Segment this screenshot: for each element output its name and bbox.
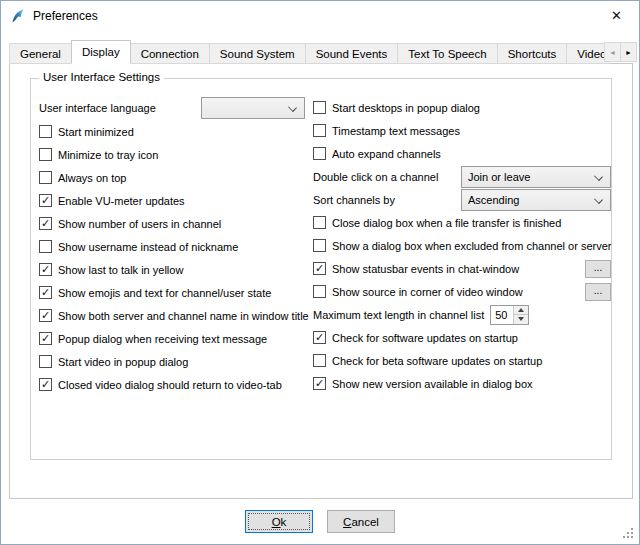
display-tab-page: User Interface Settings User interface l…	[9, 63, 633, 499]
checkbox[interactable]: ✓	[39, 286, 52, 299]
chevron-down-icon	[595, 173, 603, 181]
spin-up-icon[interactable]	[514, 306, 528, 316]
checkbox-show-user-count[interactable]: ✓ Show number of users in channel	[39, 212, 305, 235]
checkbox-emojis-text-state[interactable]: ✓ Show emojis and text for channel/user …	[39, 281, 305, 304]
checkbox-auto-expand-channels[interactable]: Auto expand channels	[313, 142, 611, 165]
language-row: User interface language	[39, 96, 305, 120]
app-icon	[10, 8, 26, 24]
sort-channels-row: Sort channels by Ascending	[313, 188, 611, 211]
checkbox[interactable]: ✓	[313, 331, 326, 344]
tab-text-to-speech[interactable]: Text To Speech	[397, 43, 497, 64]
chevron-down-icon	[595, 196, 603, 204]
resize-grip-icon[interactable]	[623, 528, 635, 540]
tab-sound-system[interactable]: Sound System	[209, 43, 306, 64]
checkbox[interactable]: ✓	[39, 332, 52, 345]
double-click-select[interactable]: Join or leave	[461, 166, 611, 188]
checkbox-minimize-to-tray[interactable]: Minimize to tray icon	[39, 143, 305, 166]
ok-button[interactable]: Ok	[245, 510, 313, 533]
checkbox[interactable]	[39, 148, 52, 161]
footer-buttons: Ok Cancel	[1, 510, 639, 533]
checkbox[interactable]	[313, 216, 326, 229]
sort-channels-select[interactable]: Ascending	[461, 189, 611, 211]
tab-shortcuts[interactable]: Shortcuts	[497, 43, 568, 64]
checkbox-close-filetransfer-dialog[interactable]: Close dialog box when a file transfer is…	[313, 211, 611, 234]
user-interface-settings-group: User Interface Settings User interface l…	[30, 78, 612, 460]
double-click-row: Double click on a channel Join or leave	[313, 165, 611, 188]
checkbox[interactable]: ✓	[39, 309, 52, 322]
checkbox[interactable]: ✓	[313, 377, 326, 390]
checkbox[interactable]	[313, 239, 326, 252]
checkbox[interactable]	[39, 240, 52, 253]
checkbox-vu-meter-updates[interactable]: ✓ Enable VU-meter updates	[39, 189, 305, 212]
group-title: User Interface Settings	[39, 71, 164, 83]
checkbox-video-source-corner[interactable]: Show source in corner of video window ..…	[313, 280, 611, 303]
language-select[interactable]	[201, 97, 305, 119]
sort-channels-label: Sort channels by	[313, 194, 395, 206]
spinner-buttons	[513, 306, 528, 324]
max-text-length-label: Maximum text length in channel list	[313, 309, 484, 321]
checkbox[interactable]	[313, 147, 326, 160]
checkbox[interactable]: ✓	[39, 263, 52, 276]
checkbox[interactable]	[39, 125, 52, 138]
titlebar[interactable]: Preferences ✕	[1, 1, 639, 31]
checkbox[interactable]	[313, 354, 326, 367]
double-click-label: Double click on a channel	[313, 171, 438, 183]
checkbox-popup-text-message[interactable]: ✓ Popup dialog when receiving text messa…	[39, 327, 305, 350]
spin-down-icon[interactable]	[514, 315, 528, 324]
tab-general[interactable]: General	[9, 43, 72, 64]
checkbox[interactable]	[313, 285, 326, 298]
max-text-length-row: Maximum text length in channel list 50	[313, 303, 611, 326]
checkbox-check-updates[interactable]: ✓ Check for software updates on startup	[313, 326, 611, 349]
statusbar-events-config-button[interactable]: ...	[585, 260, 611, 278]
checkbox-statusbar-events[interactable]: ✓ Show statusbar events in chat-window .…	[313, 257, 611, 280]
video-source-config-button[interactable]: ...	[585, 283, 611, 301]
cancel-button[interactable]: Cancel	[327, 510, 395, 533]
max-text-length-spinner[interactable]: 50	[490, 305, 529, 325]
checkbox-timestamp-messages[interactable]: Timestamp text messages	[313, 119, 611, 142]
checkbox[interactable]: ✓	[313, 262, 326, 275]
language-label: User interface language	[39, 102, 156, 114]
checkbox-video-return-tab[interactable]: ✓ Closed video dialog should return to v…	[39, 373, 305, 396]
checkbox-check-beta-updates[interactable]: Check for beta software updates on start…	[313, 349, 611, 372]
window-title: Preferences	[33, 9, 98, 23]
checkbox[interactable]	[313, 124, 326, 137]
checkbox-always-on-top[interactable]: Always on top	[39, 166, 305, 189]
chevron-down-icon	[289, 104, 297, 112]
checkbox[interactable]: ✓	[39, 194, 52, 207]
checkbox[interactable]: ✓	[39, 217, 52, 230]
checkbox-new-version-dialog[interactable]: ✓ Show new version available in dialog b…	[313, 372, 611, 395]
tab-connection[interactable]: Connection	[130, 43, 210, 64]
left-column: User interface language Start minimized …	[39, 96, 305, 396]
spinner-value[interactable]: 50	[491, 306, 513, 324]
tab-sound-events[interactable]: Sound Events	[305, 43, 399, 64]
tab-bar: General Display Connection Sound System …	[9, 40, 610, 64]
checkbox-start-desktops-popup[interactable]: Start desktops in popup dialog	[313, 96, 611, 119]
checkbox[interactable]	[39, 355, 52, 368]
checkbox-start-minimized[interactable]: Start minimized	[39, 120, 305, 143]
checkbox[interactable]: ✓	[39, 378, 52, 391]
tab-display[interactable]: Display	[71, 40, 131, 64]
checkbox-server-channel-title[interactable]: ✓ Show both server and channel name in w…	[39, 304, 305, 327]
checkbox[interactable]	[313, 101, 326, 114]
checkbox-excluded-dialog[interactable]: Show a dialog box when excluded from cha…	[313, 234, 611, 257]
right-column: Start desktops in popup dialog Timestamp…	[313, 96, 611, 396]
checkbox[interactable]	[39, 171, 52, 184]
preferences-dialog: Preferences ✕ General Display Connection…	[0, 0, 640, 545]
checkbox-last-talk-yellow[interactable]: ✓ Show last to talk in yellow	[39, 258, 305, 281]
tab-scroll-right-icon[interactable]: ►	[620, 42, 637, 62]
checkbox-start-video-popup[interactable]: Start video in popup dialog	[39, 350, 305, 373]
close-button[interactable]: ✕	[594, 1, 639, 30]
tab-scroll-left-icon[interactable]: ◄	[604, 42, 621, 62]
checkbox-show-username[interactable]: Show username instead of nickname	[39, 235, 305, 258]
tab-scroller: ◄ ►	[605, 42, 637, 62]
